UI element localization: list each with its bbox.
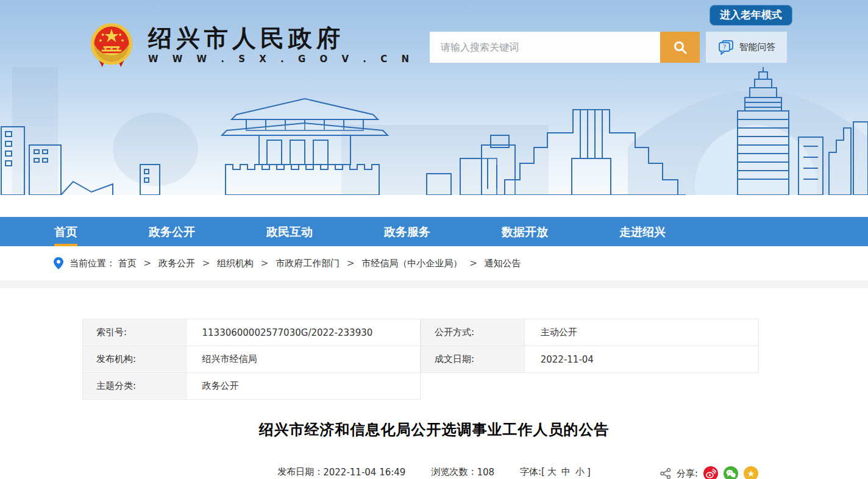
doc-topic-label: 主题分类: <box>83 373 187 400</box>
site-logo-block[interactable]: 绍兴市人民政府 W W W . S X . G O V . C N <box>88 22 414 68</box>
doc-index-value: 11330600002577030G/2022-233930 <box>186 319 420 346</box>
font-size-large-button[interactable]: 大 <box>547 466 557 478</box>
breadcrumb-notices[interactable]: 通知公告 <box>484 258 521 269</box>
doc-info-right-table: 公开方式: 主动公开 成文日期: 2022-11-04 <box>421 319 759 373</box>
font-size-bracket: ] <box>587 467 591 478</box>
breadcrumb-city-departments[interactable]: 市政府工作部门 <box>276 258 340 269</box>
breadcrumb-separator: > <box>347 258 355 269</box>
breadcrumb-economy-bureau[interactable]: 市经信局（中小企业局） <box>361 258 462 269</box>
nav-item-open-data[interactable]: 数据开放 <box>502 217 548 246</box>
share-weibo-button[interactable] <box>703 466 718 479</box>
breadcrumb-separator: > <box>469 258 477 269</box>
breadcrumb-separator: > <box>202 258 210 269</box>
wechat-icon <box>725 468 736 479</box>
header-bottom-strip <box>0 195 868 217</box>
share-controls: 分享: ★ <box>660 466 758 479</box>
breadcrumb: 当前位置： 首页 > 政务公开 > 组织机构 > 市政府工作部门 > 市经信局（… <box>0 246 868 280</box>
article-meta-bar: 发布日期： 2022-11-04 16:49 浏览次数： 108 字体:[ 大 … <box>82 466 786 479</box>
breadcrumb-prefix: 当前位置： <box>69 258 115 269</box>
breadcrumb-organizations[interactable]: 组织机构 <box>217 258 254 269</box>
doc-org-value: 绍兴市经信局 <box>186 346 420 373</box>
table-row: 公开方式: 主动公开 <box>421 319 759 346</box>
views-count: 108 <box>477 467 494 478</box>
doc-org-label: 发布机构: <box>83 346 187 373</box>
smart-qa-label: 智能问答 <box>739 41 776 53</box>
doc-method-label: 公开方式: <box>421 319 525 346</box>
table-row: 主题分类: 政务公开 <box>83 373 421 400</box>
document-info-table: 索引号: 11330600002577030G/2022-233930 发布机构… <box>82 319 759 400</box>
share-qzone-button[interactable]: ★ <box>744 466 758 479</box>
search-button[interactable] <box>660 32 700 63</box>
doc-index-label: 索引号: <box>83 319 187 346</box>
search-icon <box>673 40 688 55</box>
site-name: 绍兴市人民政府 <box>148 26 414 52</box>
doc-date-value: 2022-11-04 <box>524 346 758 373</box>
font-size-label: 字体:[ <box>520 466 545 478</box>
table-row: 索引号: 11330600002577030G/2022-233930 <box>83 319 421 346</box>
nav-item-services[interactable]: 政务服务 <box>384 217 430 246</box>
main-navigation: 首页 政务公开 政民互动 政务服务 数据开放 走进绍兴 <box>0 217 868 246</box>
font-size-medium-button[interactable]: 中 <box>561 466 571 478</box>
table-row: 成文日期: 2022-11-04 <box>421 346 759 373</box>
elderly-mode-button[interactable]: 进入老年模式 <box>710 5 792 26</box>
breadcrumb-separator: > <box>144 258 152 269</box>
city-skyline-illustration <box>0 67 868 195</box>
share-label: 分享: <box>677 468 698 479</box>
share-nodes-icon <box>660 468 671 479</box>
publish-date-label: 发布日期： <box>277 466 323 478</box>
font-size-small-button[interactable]: 小 <box>575 466 585 478</box>
nav-item-about-shaoxing[interactable]: 走进绍兴 <box>619 217 666 246</box>
nav-item-interaction[interactable]: 政民互动 <box>266 217 313 246</box>
share-wechat-button[interactable] <box>724 466 738 479</box>
doc-method-value: 主动公开 <box>524 319 758 346</box>
search-area: ? 智能问答 <box>430 32 787 63</box>
doc-topic-value: 政务公开 <box>186 373 420 400</box>
smart-qa-button[interactable]: ? 智能问答 <box>706 32 787 63</box>
page-title: 绍兴市经济和信息化局公开选调事业工作人员的公告 <box>0 420 868 439</box>
section-divider <box>0 280 868 288</box>
doc-info-left-table: 索引号: 11330600002577030G/2022-233930 发布机构… <box>82 319 421 400</box>
breadcrumb-separator: > <box>261 258 269 269</box>
nav-item-home[interactable]: 首页 <box>54 217 77 246</box>
views-label: 浏览次数： <box>431 466 477 478</box>
star-icon: ★ <box>747 469 755 478</box>
weibo-icon <box>705 468 716 479</box>
site-header: 进入老年模式 绍兴市人民政府 W W W . S X . G O V . C N <box>0 0 868 217</box>
location-pin-icon <box>54 257 63 269</box>
svg-text:?: ? <box>722 43 726 51</box>
breadcrumb-home[interactable]: 首页 <box>118 258 137 269</box>
doc-date-label: 成文日期: <box>421 346 525 373</box>
font-size-control: 字体:[ 大 中 小 ] <box>520 466 591 478</box>
smart-qa-icon: ? <box>717 40 735 55</box>
table-row: 发布机构: 绍兴市经信局 <box>83 346 421 373</box>
article-page: 索引号: 11330600002577030G/2022-233930 发布机构… <box>0 288 868 479</box>
publish-date-value: 2022-11-04 16:49 <box>323 467 405 478</box>
national-emblem-logo <box>88 22 135 68</box>
search-input[interactable] <box>430 32 660 63</box>
breadcrumb-gov-disclosure[interactable]: 政务公开 <box>158 258 195 269</box>
nav-item-gov-disclosure[interactable]: 政务公开 <box>149 217 195 246</box>
site-url: W W W . S X . G O V . C N <box>148 54 414 65</box>
